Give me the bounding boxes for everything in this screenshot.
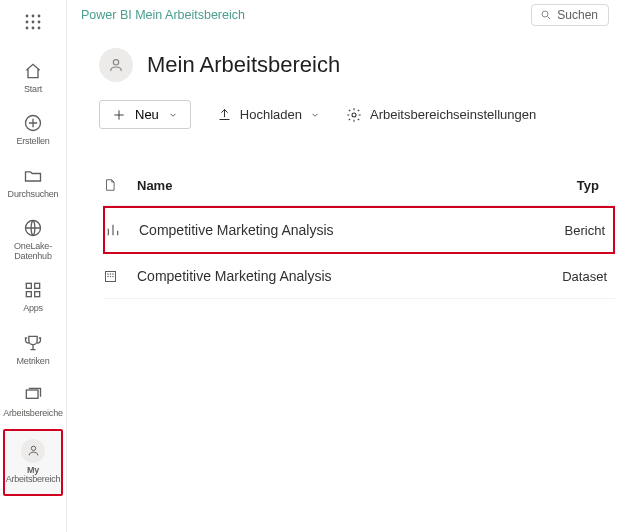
sidebar-item-onelake[interactable]: OneLake-Datenhub [3,209,63,271]
sidebar-item-label: My Arbeitsbereich [6,466,61,485]
svg-point-17 [542,11,548,17]
trophy-icon [22,332,44,354]
sidebar-item-label: OneLake-Datenhub [3,242,63,261]
svg-rect-14 [35,292,40,297]
svg-point-7 [32,27,35,30]
app-launcher-icon[interactable] [17,6,49,38]
workspace-settings-button[interactable]: Arbeitsbereichseinstellungen [346,107,536,123]
svg-point-16 [31,446,35,450]
folder-icon [22,165,44,187]
svg-point-4 [32,21,35,24]
workspace-title: Mein Arbeitsbereich [147,52,340,78]
plus-circle-icon [22,112,44,134]
sidebar-item-durchsuchen[interactable]: Durchsuchen [3,157,63,209]
svg-point-3 [26,21,29,24]
sidebar-item-label: Metriken [17,357,50,366]
sidebar: Start Erstellen Durchsuchen OneLake-Date… [0,0,67,532]
stack-icon [22,384,44,406]
svg-point-5 [38,21,41,24]
sidebar-item-arbeitsbereiche[interactable]: Arbeitsbereiche [3,376,63,428]
top-bar: Power BI Mein Arbeitsbereich Suchen [67,0,623,30]
sidebar-item-label: Arbeitsbereiche [3,409,63,418]
sidebar-item-label: Start [24,85,42,94]
row-name: Competitive Marketing Analysis [139,222,549,238]
workspace-header: Mein Arbeitsbereich [67,30,623,88]
chevron-down-icon [310,110,320,120]
sidebar-item-label: Erstellen [16,137,49,146]
plus-icon [112,108,126,122]
sidebar-item-my-arbeitsbereich[interactable]: My Arbeitsbereich [3,429,63,497]
svg-point-1 [32,15,35,18]
svg-point-8 [38,27,41,30]
svg-point-25 [110,276,111,277]
svg-point-6 [26,27,29,30]
apps-grid-icon [22,279,44,301]
upload-button[interactable]: Hochladen [217,107,320,122]
sidebar-item-start[interactable]: Start [3,52,63,104]
upload-icon [217,107,232,122]
svg-point-23 [113,273,114,274]
svg-point-26 [113,276,114,277]
app-title: Power BI Mein Arbeitsbereich [81,8,245,22]
search-icon [540,9,552,21]
column-header-name[interactable]: Name [137,178,543,193]
search-button[interactable]: Suchen [531,4,609,26]
dataset-icon [103,269,137,284]
svg-point-19 [352,113,356,117]
svg-rect-12 [35,284,40,289]
svg-point-24 [108,276,109,277]
svg-point-0 [26,15,29,18]
sidebar-item-label: Apps [23,304,43,313]
svg-point-22 [110,273,111,274]
report-icon [105,222,139,238]
table-row[interactable]: Competitive Marketing Analysis Bericht [103,206,615,254]
chevron-down-icon [168,110,178,120]
workspace-avatar-icon [99,48,133,82]
svg-rect-13 [26,292,31,297]
column-header-typ[interactable]: Typ [543,178,603,193]
file-icon [103,177,137,193]
row-type: Bericht [549,223,609,238]
row-name: Competitive Marketing Analysis [137,268,551,284]
svg-rect-11 [26,284,31,289]
globe-icon [22,217,44,239]
table-row[interactable]: Competitive Marketing Analysis Dataset [103,254,615,299]
new-button[interactable]: Neu [99,100,191,129]
home-icon [22,60,44,82]
sidebar-item-label: Durchsuchen [8,190,59,199]
table-header-row: Name Typ [103,171,615,206]
row-type: Dataset [551,269,611,284]
svg-point-18 [113,60,118,65]
sidebar-item-erstellen[interactable]: Erstellen [3,104,63,156]
table: Name Typ Competitive Marketing Analysis … [67,137,623,299]
sidebar-item-metriken[interactable]: Metriken [3,324,63,376]
svg-point-2 [38,15,41,18]
main-area: Power BI Mein Arbeitsbereich Suchen Mein… [67,0,623,532]
toolbar: Neu Hochladen Arbeitsbereichseinstellung… [67,88,623,137]
svg-rect-15 [26,390,38,398]
gear-icon [346,107,362,123]
svg-point-21 [108,273,109,274]
person-icon [21,439,45,463]
sidebar-item-apps[interactable]: Apps [3,271,63,323]
